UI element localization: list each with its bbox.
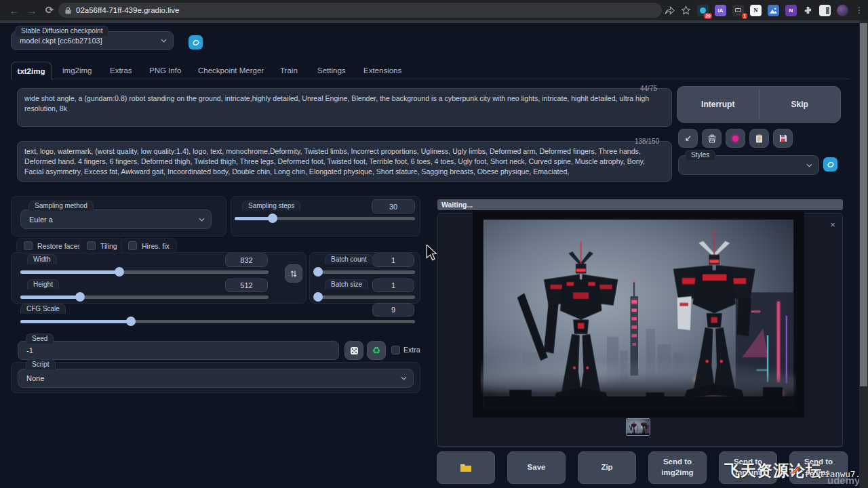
tiling-label: Tiling xyxy=(100,242,117,250)
save-style-button[interactable] xyxy=(773,129,793,148)
generated-image[interactable] xyxy=(477,216,800,413)
extension-badge-1: 1 xyxy=(742,13,747,19)
extension-onenote-icon[interactable]: N xyxy=(785,5,797,16)
tiling-option[interactable]: Tiling xyxy=(79,238,125,253)
negative-prompt-input[interactable]: text, logo, watermark, (worst quality, l… xyxy=(17,141,672,182)
tab-train[interactable]: Train xyxy=(277,62,300,79)
sidepanel-icon[interactable] xyxy=(819,5,831,16)
save-button[interactable]: Save xyxy=(507,451,566,484)
batch-size-slider[interactable] xyxy=(316,292,415,302)
generated-image-art xyxy=(481,220,796,409)
cfg-scale-label: CFG Scale xyxy=(20,304,66,314)
extension-screenshot-icon[interactable]: 1 xyxy=(732,5,744,16)
bookmark-star-icon[interactable] xyxy=(681,5,691,16)
clear-prompt-button[interactable] xyxy=(702,129,722,148)
slider-handle[interactable] xyxy=(313,292,323,302)
batch-count-value[interactable]: 1 xyxy=(372,253,414,267)
hires-fix-checkbox[interactable] xyxy=(128,241,137,250)
extension-ia-icon[interactable]: IA xyxy=(715,5,726,16)
clipboard-icon xyxy=(755,134,763,143)
sampling-steps-slider[interactable] xyxy=(235,214,415,223)
share-icon[interactable] xyxy=(665,5,675,15)
extensions-puzzle-icon[interactable] xyxy=(803,5,813,16)
extension-image-icon[interactable] xyxy=(768,5,779,16)
cfg-scale-slider[interactable] xyxy=(20,317,415,326)
browser-reload-button[interactable]: ⟳ xyxy=(41,4,58,16)
profile-avatar[interactable] xyxy=(837,5,848,16)
seed-extra-checkbox[interactable] xyxy=(391,346,400,354)
restore-faces-label: Restore faces xyxy=(37,242,81,250)
paste-params-button[interactable] xyxy=(678,129,698,148)
close-preview-icon[interactable]: × xyxy=(827,220,838,230)
address-bar[interactable]: 02a56ff4-71ff-439e.gradio.live xyxy=(58,3,662,18)
styles-refresh-button[interactable] xyxy=(823,157,837,171)
refresh-icon xyxy=(192,39,200,47)
scrollbar-thumb[interactable] xyxy=(860,23,867,386)
browser-back-button[interactable]: ← xyxy=(5,5,23,16)
open-folder-button[interactable] xyxy=(437,451,495,484)
slider-handle[interactable] xyxy=(313,267,323,277)
negative-prompt-counter: 138/150 xyxy=(635,138,659,145)
gallery-thumbnail[interactable] xyxy=(626,418,650,436)
prompt-input[interactable]: wide shot angle, a (gundam:0.8) robot st… xyxy=(17,88,672,127)
browser-forward-button[interactable]: → xyxy=(23,5,41,16)
cfg-scale-value[interactable]: 9 xyxy=(372,303,414,317)
extension-pin-icon[interactable]: 20 xyxy=(697,5,709,16)
random-seed-button[interactable] xyxy=(344,341,363,360)
batch-size-label: Batch size xyxy=(325,279,368,289)
slider-handle[interactable] xyxy=(126,317,136,326)
arrow-down-left-icon xyxy=(684,135,692,142)
apply-styles-button[interactable] xyxy=(749,129,769,148)
tab-txt2img[interactable]: txt2img xyxy=(11,62,52,80)
interrupt-button[interactable]: Interrupt xyxy=(677,87,759,122)
tab-settings[interactable]: Settings xyxy=(315,62,349,79)
sampling-steps-value[interactable]: 30 xyxy=(372,199,415,214)
script-select[interactable]: None xyxy=(18,369,414,388)
restore-faces-option[interactable]: Restore faces xyxy=(16,238,89,253)
browser-toolbar: ← → ⟳ 02a56ff4-71ff-439e.gradio.live 20 … xyxy=(0,0,868,20)
reuse-seed-button[interactable]: ♻ xyxy=(367,341,386,360)
height-slider[interactable] xyxy=(20,292,269,302)
width-slider[interactable] xyxy=(20,267,269,277)
extension-notion-icon[interactable]: N xyxy=(750,5,762,16)
width-value[interactable]: 832 xyxy=(225,253,268,267)
checkpoint-label: Stable Diffusion checkpoint xyxy=(15,26,108,36)
slider-handle[interactable] xyxy=(115,267,124,277)
tab-checkpoint-merger[interactable]: Checkpoint Merger xyxy=(195,62,267,79)
sampling-method-select[interactable]: Euler a xyxy=(20,209,212,229)
height-label: Height xyxy=(27,279,59,289)
swap-dimensions-button[interactable] xyxy=(285,264,302,283)
extra-networks-button[interactable] xyxy=(726,129,745,148)
divider xyxy=(437,446,843,447)
seed-value: -1 xyxy=(26,346,33,354)
checkpoint-refresh-button[interactable] xyxy=(189,35,203,49)
slider-handle[interactable] xyxy=(75,292,85,302)
sampling-method-value: Euler a xyxy=(29,216,53,224)
page-top-edge xyxy=(0,20,868,23)
tab-extras[interactable]: Extras xyxy=(107,62,135,79)
tab-png-info[interactable]: PNG Info xyxy=(146,62,184,79)
tab-img2img[interactable]: img2img xyxy=(60,62,94,79)
progress-bar: Waiting... xyxy=(437,199,843,210)
script-value: None xyxy=(26,374,44,382)
recycle-icon: ♻ xyxy=(372,346,381,355)
seed-input[interactable]: -1 xyxy=(18,341,339,360)
zip-button[interactable]: Zip xyxy=(578,451,636,484)
height-value[interactable]: 512 xyxy=(225,279,268,292)
hires-fix-label: Hires. fix xyxy=(142,242,170,250)
chevron-down-icon xyxy=(161,39,167,43)
progress-status-text: Waiting... xyxy=(441,201,473,209)
tab-extensions[interactable]: Extensions xyxy=(361,62,404,79)
extra-networks-icon xyxy=(732,136,738,142)
page-scrollbar[interactable] xyxy=(859,20,868,488)
slider-handle[interactable] xyxy=(268,214,277,223)
batch-count-slider[interactable] xyxy=(316,267,415,277)
batch-size-value[interactable]: 1 xyxy=(372,279,414,292)
browser-menu-icon[interactable]: ⋮ xyxy=(854,5,864,15)
restore-faces-checkbox[interactable] xyxy=(24,241,33,250)
skip-button[interactable]: Skip xyxy=(760,87,841,122)
tiling-checkbox[interactable] xyxy=(87,241,96,250)
hires-fix-option[interactable]: Hires. fix xyxy=(121,238,177,253)
stable-diffusion-webui-screen: ← → ⟳ 02a56ff4-71ff-439e.gradio.live 20 … xyxy=(0,0,868,488)
send-to-img2img-button[interactable]: Send to img2img xyxy=(648,451,707,484)
